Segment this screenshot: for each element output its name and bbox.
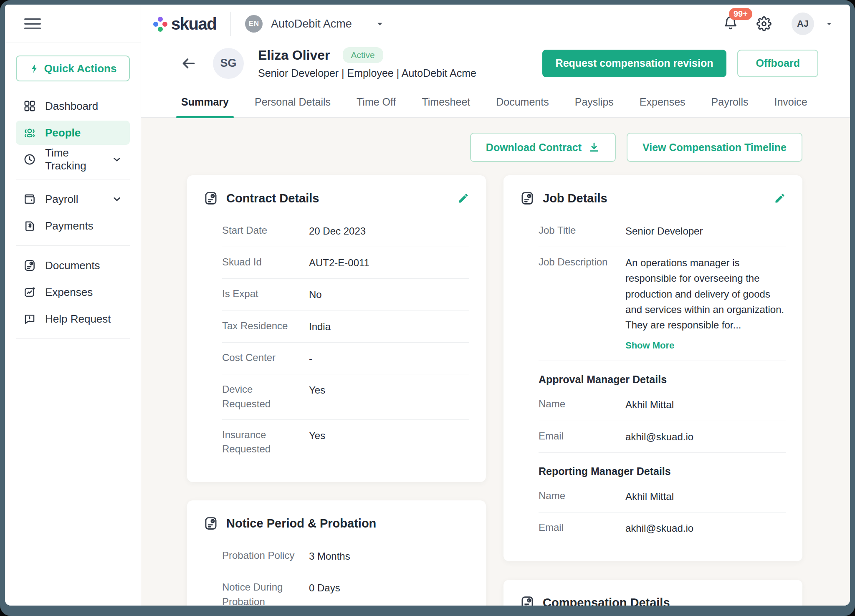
summary-content: Download Contract View Compensation Time… bbox=[141, 118, 850, 606]
user-menu-button[interactable] bbox=[825, 20, 833, 28]
employee-actions: Request compensation revision Offboard bbox=[542, 50, 818, 77]
settings-button[interactable] bbox=[756, 16, 772, 31]
tab-personal-details[interactable]: Personal Details bbox=[254, 90, 331, 117]
documents-icon bbox=[23, 259, 36, 272]
status-badge: Active bbox=[343, 47, 383, 63]
quick-actions-button[interactable]: Quick Actions bbox=[16, 56, 130, 81]
detail-row: Cost Center- bbox=[222, 343, 469, 374]
detail-row: Emailakhil@skuad.io bbox=[539, 512, 786, 544]
download-contract-button[interactable]: Download Contract bbox=[470, 133, 616, 162]
reporting-manager-heading: Reporting Manager Details bbox=[539, 453, 786, 481]
sidebar-nav: Dashboard People Time Tracking Payroll P… bbox=[5, 87, 141, 351]
employee-identity: Eliza Oliver Active Senior Developer | E… bbox=[258, 47, 476, 79]
tab-time-off[interactable]: Time Off bbox=[356, 90, 397, 117]
detail-row: Start Date20 Dec 2023 bbox=[222, 215, 469, 247]
topbar-divider bbox=[230, 12, 231, 36]
detail-row: Emailakhil@skuad.io bbox=[539, 421, 786, 453]
tab-invoice[interactable]: Invoice bbox=[774, 90, 808, 117]
card-title: Notice Period & Probation bbox=[226, 517, 376, 530]
tab-payrolls[interactable]: Payrolls bbox=[711, 90, 749, 117]
payments-icon bbox=[23, 220, 36, 232]
main-area: skuad EN AutoDebit Acme 99+ AJ bbox=[141, 5, 850, 606]
contract-icon bbox=[204, 191, 218, 205]
user-avatar[interactable]: AJ bbox=[792, 13, 814, 35]
notifications-button[interactable]: 99+ bbox=[723, 15, 738, 32]
compensation-details-card: Compensation Details Annual Gross Salary… bbox=[503, 580, 802, 606]
sidebar-item-label: Payroll bbox=[45, 193, 78, 206]
people-icon bbox=[23, 126, 36, 139]
clock-icon bbox=[23, 153, 36, 166]
expenses-icon bbox=[23, 286, 36, 298]
tab-bar: Summary Personal Details Time Off Timesh… bbox=[141, 90, 850, 118]
left-column: Contract Details Start Date20 Dec 2023 S… bbox=[187, 175, 486, 606]
detail-row: Notice During Probation0 Days bbox=[222, 572, 469, 606]
view-compensation-timeline-label: View Compensation Timeline bbox=[643, 141, 787, 154]
app: Quick Actions Dashboard People Time Trac… bbox=[5, 5, 850, 606]
download-icon bbox=[588, 141, 600, 153]
card-title: Compensation Details bbox=[543, 596, 670, 606]
employee-header: SG Eliza Oliver Active Senior Developer … bbox=[141, 43, 850, 79]
offboard-button[interactable]: Offboard bbox=[737, 50, 818, 77]
card-title: Job Details bbox=[543, 192, 607, 205]
sidebar-item-expenses[interactable]: Expenses bbox=[16, 280, 130, 304]
chevron-down-icon bbox=[375, 19, 384, 28]
chevron-down-icon bbox=[111, 154, 122, 165]
card-title: Contract Details bbox=[226, 192, 319, 205]
edit-job-button[interactable] bbox=[774, 192, 786, 204]
chevron-down-icon bbox=[111, 194, 122, 204]
sidebar: Quick Actions Dashboard People Time Trac… bbox=[5, 5, 141, 606]
sidebar-divider bbox=[16, 245, 130, 246]
content-actions: Download Contract View Compensation Time… bbox=[187, 133, 802, 162]
tab-expenses[interactable]: Expenses bbox=[639, 90, 686, 117]
sidebar-item-label: Expenses bbox=[45, 286, 93, 299]
employee-subtitle: Senior Developer | Employee | AutoDebit … bbox=[258, 67, 476, 79]
sidebar-item-label: Dashboard bbox=[45, 100, 98, 113]
approval-manager-heading: Approval Manager Details bbox=[539, 361, 786, 389]
detail-row: Tax ResidenceIndia bbox=[222, 311, 469, 343]
pencil-icon bbox=[774, 192, 786, 204]
job-details-card: Job Details Job Title Senior Developer bbox=[503, 175, 802, 561]
notice-icon bbox=[204, 516, 218, 530]
tab-documents[interactable]: Documents bbox=[495, 90, 549, 117]
menu-icon[interactable] bbox=[24, 15, 43, 32]
show-more-link[interactable]: Show More bbox=[625, 338, 674, 353]
sidebar-item-payroll[interactable]: Payroll bbox=[16, 187, 130, 211]
employee-avatar: SG bbox=[213, 48, 244, 79]
detail-row: Probation Policy3 Months bbox=[222, 540, 469, 572]
sidebar-item-label: Payments bbox=[45, 220, 94, 232]
view-compensation-timeline-button[interactable]: View Compensation Timeline bbox=[627, 133, 802, 162]
sidebar-item-dashboard[interactable]: Dashboard bbox=[16, 94, 130, 118]
compensation-icon bbox=[520, 596, 534, 606]
sidebar-item-documents[interactable]: Documents bbox=[16, 253, 130, 278]
sidebar-item-people[interactable]: People bbox=[16, 121, 130, 145]
tab-payslips[interactable]: Payslips bbox=[574, 90, 615, 117]
detail-row: Skuad IdAUT2-E-0011 bbox=[222, 247, 469, 279]
sidebar-header bbox=[5, 5, 141, 43]
tab-timesheet[interactable]: Timesheet bbox=[421, 90, 471, 117]
sidebar-divider bbox=[16, 338, 130, 339]
back-button[interactable] bbox=[180, 55, 197, 72]
company-name: AutoDebit Acme bbox=[271, 18, 352, 30]
company-selector[interactable]: EN AutoDebit Acme bbox=[245, 15, 384, 33]
skuad-logo-mark bbox=[153, 16, 168, 31]
sidebar-item-label: Help Request bbox=[45, 313, 111, 326]
employee-name: Eliza Oliver bbox=[258, 48, 330, 63]
pencil-icon bbox=[458, 192, 469, 204]
right-column: Job Details Job Title Senior Developer bbox=[503, 175, 802, 606]
tab-summary[interactable]: Summary bbox=[180, 90, 230, 117]
request-compensation-revision-button[interactable]: Request compensation revision bbox=[542, 50, 727, 77]
sidebar-item-help-request[interactable]: Help Request bbox=[16, 307, 130, 331]
edit-contract-button[interactable] bbox=[458, 192, 469, 204]
download-contract-label: Download Contract bbox=[486, 141, 582, 154]
topbar-right: 99+ AJ bbox=[723, 13, 833, 35]
topbar: skuad EN AutoDebit Acme 99+ AJ bbox=[141, 5, 850, 43]
sidebar-item-payments[interactable]: Payments bbox=[16, 214, 130, 238]
detail-row: Is ExpatNo bbox=[222, 279, 469, 311]
job-description: An operations manager is responsible for… bbox=[625, 255, 786, 353]
brand-name: skuad bbox=[171, 15, 216, 33]
dashboard-icon bbox=[23, 100, 36, 112]
detail-row: NameAkhil Mittal bbox=[539, 389, 786, 421]
lightning-icon bbox=[29, 63, 40, 74]
chevron-down-icon bbox=[825, 20, 833, 28]
sidebar-item-time-tracking[interactable]: Time Tracking bbox=[16, 147, 130, 172]
